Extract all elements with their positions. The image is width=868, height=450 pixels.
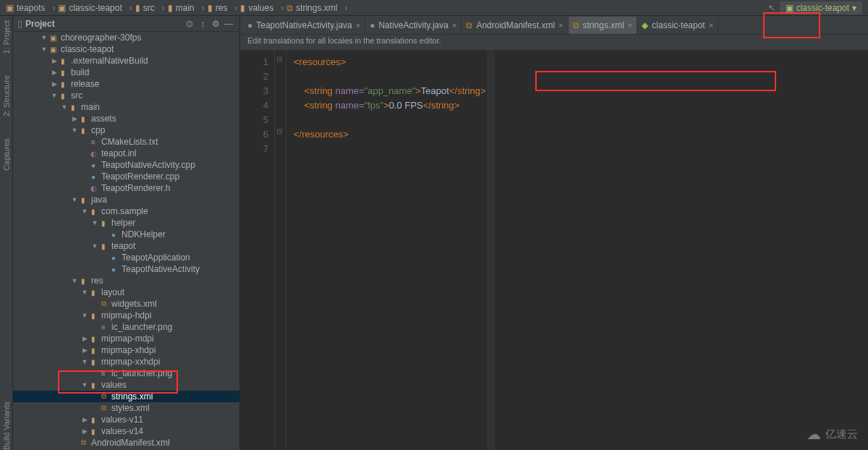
tab-strings-xml[interactable]: ⧉strings.xml× [569,17,638,34]
tree-item-teapot[interactable]: ▼▮teapot [13,240,239,252]
expand-arrow-icon[interactable]: ▼ [81,358,88,365]
tree-item-src[interactable]: ▼▮src [13,90,239,101]
tree-item-mipmap-xhdpi[interactable]: ▶▮mipmap-xhdpi [13,344,239,356]
editor-tabs: ●TeapotNativeActivity.java×●NativeActivi… [240,16,868,35]
crumb-src[interactable]: ▮src [135,3,165,13]
error-stripe[interactable] [486,51,495,450]
expand-arrow-icon[interactable]: ▼ [41,34,48,41]
tree-item-ic-launcher-png[interactable]: ≡ic_launcher.png [13,368,239,379]
tree-item-choreographer-30fps[interactable]: ▼▣choreographer-30fps [13,32,239,43]
crumb-classic-teapot[interactable]: ▣classic-teapot [58,3,132,13]
tree-item-teapotrenderer-h[interactable]: ◐TeapotRenderer.h [13,182,239,194]
scroll-from-source-icon[interactable]: ⊙ [183,19,196,29]
fold-close-icon[interactable]: ⊟ [276,127,282,135]
tree-item-strings-xml[interactable]: ⧉strings.xml [13,391,239,402]
tree-item-values-v11[interactable]: ▶▮values-v11 [13,414,239,425]
tree-item-widgets-xml[interactable]: ⧉widgets.xml [13,298,239,310]
tree-item-helper[interactable]: ▼▮helper [13,217,239,229]
module-icon: ▣ [786,3,793,13]
tree-item-values[interactable]: ▼▮values [13,379,239,391]
tree-item-build[interactable]: ▶▮build [13,67,239,78]
close-icon[interactable]: × [558,21,563,30]
gear-icon[interactable]: ⚙ [209,19,222,29]
tree-item-androidmanifest-xml[interactable]: ⧉AndroidManifest.xml [13,437,239,449]
tree-item-layout[interactable]: ▼▮layout [13,286,239,298]
close-icon[interactable]: × [628,21,632,30]
tree-item-mipmap-mdpi[interactable]: ▶▮mipmap-mdpi [13,333,239,344]
tree-item-com-sample[interactable]: ▼▮com.sample [13,205,239,217]
tab-project[interactable]: 1: Project [2,20,11,54]
expand-arrow-icon[interactable]: ▼ [91,242,98,250]
tree-item-ic-launcher-png[interactable]: ≡ic_launcher.png [13,321,239,333]
back-icon[interactable]: ↖ [768,3,775,13]
tab-build-variants[interactable]: Build Variants [2,402,11,450]
expand-arrow-icon[interactable]: ▶ [51,57,58,64]
expand-arrow-icon[interactable]: ▼ [81,381,88,389]
crumb-main[interactable]: ▮main [168,3,205,13]
crumb-strings[interactable]: ⧉strings.xml [286,3,347,13]
expand-arrow-icon[interactable]: ▶ [71,115,78,122]
expand-arrow-icon[interactable]: ▼ [71,196,78,203]
expand-arrow-icon[interactable]: ▶ [81,335,88,342]
close-icon[interactable]: × [709,21,713,30]
project-tree[interactable]: ▼▣choreographer-30fps▼▣classic-teapot▶▮.… [13,32,239,450]
tree-item-teapotnativeactivity-cpp[interactable]: ●TeapotNativeActivity.cpp [13,159,239,171]
tree-item-label: cpp [91,125,105,135]
expand-arrow-icon[interactable]: ▼ [91,219,98,226]
expand-arrow-icon[interactable]: ▶ [81,428,88,435]
tree-item-res[interactable]: ▼▮res [13,275,239,286]
hide-icon[interactable]: — [222,19,235,29]
tree-item-teapotrenderer-cpp[interactable]: ●TeapotRenderer.cpp [13,171,239,182]
tree-item--externalnativebuild[interactable]: ▶▮.externalNativeBuild [13,55,239,67]
xml-icon: ⧉ [98,299,109,309]
expand-arrow-icon[interactable]: ▼ [71,127,78,134]
module-switcher[interactable]: ▣classic-teapot▾ [780,1,862,14]
crumb-res[interactable]: ▮res [208,3,238,13]
tree-item-label: src [71,90,82,101]
expand-arrow-icon[interactable]: ▶ [51,80,58,88]
expand-arrow-icon[interactable]: ▶ [81,416,88,423]
tree-item-ndkhelper[interactable]: ●NDKHelper [13,229,239,240]
fold-column[interactable]: ⊟ ⊟ [275,51,286,450]
tree-item-teapot-inl[interactable]: ◐teapot.inl [13,148,239,159]
tab-nativeactivity-java[interactable]: ●NativeActivity.java× [365,17,461,34]
tree-item-label: com.sample [101,206,148,216]
tree-item-cmakelists-txt[interactable]: ≡CMakeLists.txt [13,136,239,148]
code-body[interactable]: <resources> <string name="app_name">Teap… [286,51,486,450]
expand-arrow-icon[interactable]: ▼ [51,92,58,99]
tree-item-assets[interactable]: ▶▮assets [13,113,239,124]
crumb-values[interactable]: ▮values [240,3,284,13]
tree-item-cpp[interactable]: ▼▮cpp [13,124,239,136]
translation-hint[interactable]: Edit translations for all locales in the… [240,35,868,51]
tree-item-values-v14[interactable]: ▶▮values-v14 [13,425,239,437]
tab-teapotnativeactivity-java[interactable]: ●TeapotNativeActivity.java× [243,17,365,34]
tree-item-styles-xml[interactable]: ⧉styles.xml [13,402,239,414]
crumb-teapots[interactable]: ▣teapots [6,3,55,13]
expand-arrow-icon[interactable]: ▼ [61,103,68,111]
tree-item-java[interactable]: ▼▮java [13,194,239,205]
expand-arrow-icon[interactable]: ▼ [41,46,48,53]
close-icon[interactable]: × [452,21,456,30]
tab-classic-teapot[interactable]: ◆classic-teapot× [637,17,718,34]
collapse-icon[interactable]: ↕ [196,19,209,29]
tree-item-teapotapplication[interactable]: ●TeapotApplication [13,252,239,263]
fold-open-icon[interactable]: ⊟ [276,55,282,63]
line-numbers: 1234567 [240,51,275,450]
tree-item-mipmap-hdpi[interactable]: ▼▮mipmap-hdpi [13,310,239,321]
expand-arrow-icon[interactable]: ▼ [81,208,88,215]
expand-arrow-icon[interactable]: ▼ [81,312,88,319]
expand-arrow-icon[interactable]: ▶ [81,347,88,354]
tab-captures[interactable]: Captures [2,138,11,171]
expand-arrow-icon[interactable]: ▼ [81,289,88,296]
expand-arrow-icon[interactable]: ▶ [51,69,58,76]
close-icon[interactable]: × [356,21,360,30]
h-icon: ◐ [88,148,98,158]
tree-item-release[interactable]: ▶▮release [13,78,239,90]
tree-item-teapotnativeactivity[interactable]: ●TeapotNativeActivity [13,263,239,275]
tab-androidmanifest-xml[interactable]: ⧉AndroidManifest.xml× [461,17,568,34]
expand-arrow-icon[interactable]: ▼ [71,277,78,284]
tree-item-classic-teapot[interactable]: ▼▣classic-teapot [13,43,239,55]
tree-item-main[interactable]: ▼▮main [13,101,239,113]
tree-item-mipmap-xxhdpi[interactable]: ▼▮mipmap-xxhdpi [13,356,239,368]
tab-structure[interactable]: 2: Structure [2,75,11,116]
